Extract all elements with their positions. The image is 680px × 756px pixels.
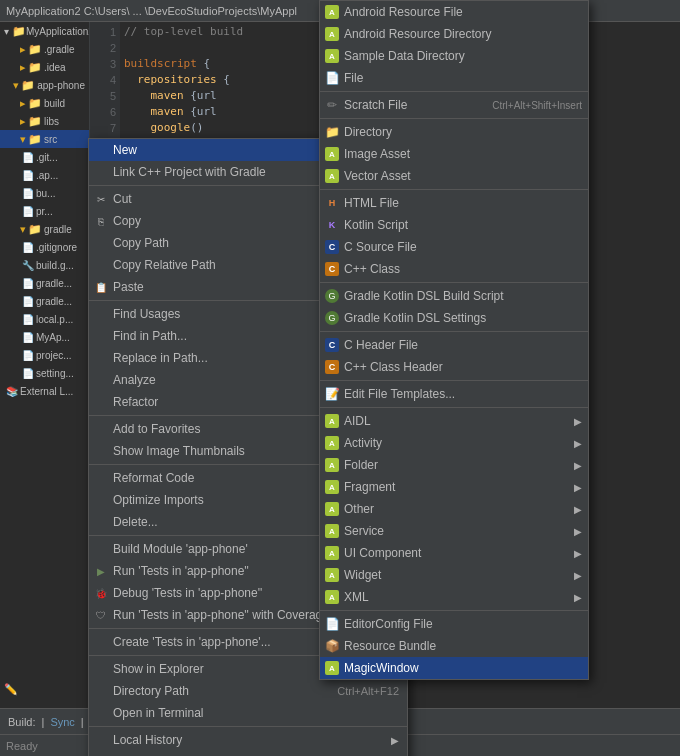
c-header-file-icon: C xyxy=(324,337,340,353)
edit-templates-icon: 📝 xyxy=(324,386,340,402)
build-label: Build: xyxy=(8,716,36,728)
menu-label-find-path: Find in Path... xyxy=(113,329,187,343)
tree-item-external[interactable]: 📚 External L... xyxy=(0,382,89,400)
menu-label-show-explorer: Show in Explorer xyxy=(113,662,204,676)
menu-item-local-history[interactable]: Local History ▶ xyxy=(89,729,407,751)
tree-item-myap[interactable]: 📄 MyAp... xyxy=(0,328,89,346)
menu-label-run-tests: Run 'Tests in 'app-phone'' xyxy=(113,564,249,578)
menu-label-local-history: Local History xyxy=(113,733,182,747)
submenu-item-file[interactable]: 📄 File xyxy=(320,67,588,89)
submenu-item-magicwindow[interactable]: A MagicWindow xyxy=(320,657,588,679)
menu-item-dir-path[interactable]: Directory Path Ctrl+Alt+F12 xyxy=(89,680,407,702)
tree-item-local[interactable]: 📄 local.p... xyxy=(0,310,89,328)
menu-label-build-module: Build Module 'app-phone' xyxy=(113,542,248,556)
submenu-item-directory[interactable]: 📁 Directory xyxy=(320,121,588,143)
submenu-item-activity[interactable]: A Activity ▶ xyxy=(320,432,588,454)
submenu-item-scratch-file[interactable]: ✏ Scratch File Ctrl+Alt+Shift+Insert xyxy=(320,94,588,116)
submenu-label-editorconfig: EditorConfig File xyxy=(344,617,433,631)
submenu-item-other[interactable]: A Other ▶ xyxy=(320,498,588,520)
android-resource-dir-icon: A xyxy=(324,26,340,42)
submenu-item-android-resource-dir[interactable]: A Android Resource Directory xyxy=(320,23,588,45)
menu-label-thumbnails: Show Image Thumbnails xyxy=(113,444,245,458)
submenu-item-service[interactable]: A Service ▶ xyxy=(320,520,588,542)
submenu-item-android-resource-file[interactable]: A Android Resource File xyxy=(320,1,588,23)
submenu-item-widget[interactable]: A Widget ▶ xyxy=(320,564,588,586)
submenu-item-kotlin-script[interactable]: K Kotlin Script xyxy=(320,214,588,236)
submenu-label-gradle-kotlin-settings: Gradle Kotlin DSL Settings xyxy=(344,311,486,325)
tree-item-build[interactable]: ▸ 📁 build xyxy=(0,94,89,112)
status-text: Ready xyxy=(6,740,38,752)
submenu-sep-6 xyxy=(320,380,588,381)
tree-item-pr[interactable]: 📄 pr... xyxy=(0,202,89,220)
sync-label[interactable]: Sync xyxy=(50,716,74,728)
editorconfig-icon: 📄 xyxy=(324,616,340,632)
submenu-label-aidl: AIDL xyxy=(344,414,371,428)
android-resource-file-icon: A xyxy=(324,4,340,20)
widget-icon: A xyxy=(324,567,340,583)
tree-item-gitignore[interactable]: 📄 .git... xyxy=(0,148,89,166)
submenu-label-c-header-file: C Header File xyxy=(344,338,418,352)
project-icon: ▾ xyxy=(4,26,9,37)
submenu-sep-2 xyxy=(320,118,588,119)
tree-item-setting[interactable]: 📄 setting... xyxy=(0,364,89,382)
tree-item-libs[interactable]: ▸ 📁 libs xyxy=(0,112,89,130)
tree-item-gradlew2[interactable]: 📄 gradle... xyxy=(0,292,89,310)
submenu-sep-7 xyxy=(320,407,588,408)
sample-data-dir-icon: A xyxy=(324,48,340,64)
gradle-kotlin-settings-icon: G xyxy=(324,310,340,326)
submenu-item-sample-data-dir[interactable]: A Sample Data Directory xyxy=(320,45,588,67)
tree-item-ap[interactable]: 📄 .ap... xyxy=(0,166,89,184)
submenu-item-c-source-file[interactable]: C C Source File xyxy=(320,236,588,258)
submenu-label-cpp-class: C++ Class xyxy=(344,262,400,276)
submenu-item-folder[interactable]: A Folder ▶ xyxy=(320,454,588,476)
menu-item-sync[interactable]: 🔄 Synchronize 'src' xyxy=(89,751,407,756)
menu-label-paste: Paste xyxy=(113,280,144,294)
tree-item-projec[interactable]: 📄 projec... xyxy=(0,346,89,364)
tree-item-gradle[interactable]: ▸ 📁 .gradle xyxy=(0,40,89,58)
submenu-item-image-asset[interactable]: A Image Asset xyxy=(320,143,588,165)
submenu-item-cpp-class[interactable]: C C++ Class xyxy=(320,258,588,280)
submenu-item-gradle-kotlin-settings[interactable]: G Gradle Kotlin DSL Settings xyxy=(320,307,588,329)
submenu-item-xml[interactable]: A XML ▶ xyxy=(320,586,588,608)
submenu-item-ui-component[interactable]: A UI Component ▶ xyxy=(320,542,588,564)
submenu-label-file: File xyxy=(344,71,363,85)
debug-icon: 🐞 xyxy=(93,585,109,601)
submenu-item-edit-templates[interactable]: 📝 Edit File Templates... xyxy=(320,383,588,405)
submenu-item-gradle-kotlin-build[interactable]: G Gradle Kotlin DSL Build Script xyxy=(320,285,588,307)
scratch-file-icon: ✏ xyxy=(324,97,340,113)
submenu-item-resource-bundle[interactable]: 📦 Resource Bundle xyxy=(320,635,588,657)
submenu-item-html-file[interactable]: H HTML File xyxy=(320,192,588,214)
image-asset-icon: A xyxy=(324,146,340,162)
submenu-item-editorconfig[interactable]: 📄 EditorConfig File xyxy=(320,613,588,635)
tree-item-src[interactable]: ▾ 📁 src xyxy=(0,130,89,148)
menu-label-analyze: Analyze xyxy=(113,373,156,387)
submenu-item-c-header-file[interactable]: C C Header File xyxy=(320,334,588,356)
project-tree: ▾ 📁 MyApplication2 ▸ 📁 .gradle ▸ 📁 .idea… xyxy=(0,22,90,756)
submenu-item-vector-asset[interactable]: A Vector Asset xyxy=(320,165,588,187)
submenu-sep-5 xyxy=(320,331,588,332)
menu-label-run-coverage: Run 'Tests in 'app-phone'' with Coverage xyxy=(113,608,329,622)
tree-item-myapp[interactable]: ▾ 📁 MyApplication2 xyxy=(0,22,89,40)
submenu-label-cpp-class-header: C++ Class Header xyxy=(344,360,443,374)
menu-label-find-usages: Find Usages xyxy=(113,307,180,321)
menu-label-delete: Delete... xyxy=(113,515,158,529)
submenu-label-folder: Folder xyxy=(344,458,378,472)
tree-item-bu[interactable]: 📄 bu... xyxy=(0,184,89,202)
submenu-label-vector-asset: Vector Asset xyxy=(344,169,411,183)
tree-item-gradle2[interactable]: ▾ 📁 gradle xyxy=(0,220,89,238)
menu-item-terminal[interactable]: Open in Terminal xyxy=(89,702,407,724)
submenu-label-widget: Widget xyxy=(344,568,381,582)
tree-item-appphone[interactable]: ▾ 📁 app-phone xyxy=(0,76,89,94)
gradle-kotlin-build-icon: G xyxy=(324,288,340,304)
tree-item-buildg[interactable]: 🔧 build.g... xyxy=(0,256,89,274)
submenu-label-ui-component: UI Component xyxy=(344,546,421,560)
c-source-file-icon: C xyxy=(324,239,340,255)
submenu-item-aidl[interactable]: A AIDL ▶ xyxy=(320,410,588,432)
tree-item-gradlew[interactable]: 📄 gradle... xyxy=(0,274,89,292)
tree-item-git2[interactable]: 📄 .gitignore xyxy=(0,238,89,256)
submenu-item-cpp-class-header[interactable]: C C++ Class Header xyxy=(320,356,588,378)
submenu-label-gradle-kotlin-build: Gradle Kotlin DSL Build Script xyxy=(344,289,504,303)
tree-item-idea[interactable]: ▸ 📁 .idea xyxy=(0,58,89,76)
paste-icon: 📋 xyxy=(93,279,109,295)
submenu-item-fragment[interactable]: A Fragment ▶ xyxy=(320,476,588,498)
